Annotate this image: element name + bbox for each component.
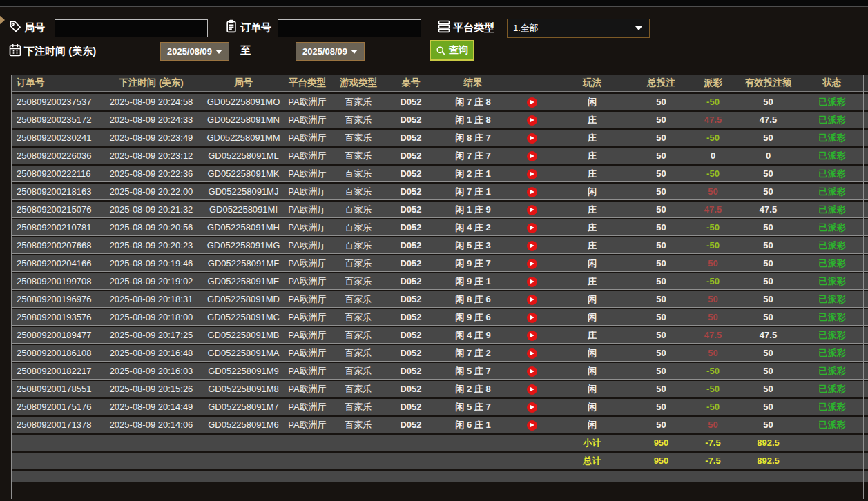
cell-payout: -50 bbox=[691, 132, 735, 143]
cell-valid-bet: 0 bbox=[735, 150, 801, 161]
replay-icon[interactable] bbox=[527, 115, 537, 126]
cell-bet-time: 2025-08-09 20:22:36 bbox=[100, 168, 202, 179]
replay-icon[interactable] bbox=[527, 259, 537, 269]
chevron-down-icon bbox=[635, 26, 642, 30]
cell-bet-time: 2025-08-09 20:14:49 bbox=[100, 402, 202, 412]
cell-round: GD052258091M7 bbox=[202, 402, 284, 412]
cell-total-bet: 50 bbox=[632, 366, 691, 376]
cell-order: 250809200182217 bbox=[12, 366, 100, 376]
replay-icon[interactable] bbox=[527, 420, 537, 431]
cell-status: 已派彩 bbox=[801, 365, 863, 377]
cell-valid-bet: 50 bbox=[735, 420, 801, 430]
cell-payout: -50 bbox=[691, 276, 735, 286]
cell-platform: PA欧洲厅 bbox=[284, 204, 330, 216]
replay-icon[interactable] bbox=[527, 366, 537, 377]
cell-table-no: D052 bbox=[387, 312, 435, 322]
replay-icon[interactable] bbox=[527, 331, 537, 341]
cell-total-bet: 50 bbox=[632, 258, 691, 268]
collapse-arrow[interactable] bbox=[0, 14, 5, 26]
cell-valid-bet: 50 bbox=[735, 276, 801, 286]
cell-total-bet: 50 bbox=[632, 420, 691, 430]
cell-order: 250809200215076 bbox=[12, 204, 100, 215]
table-row: 2508092002076682025-08-09 20:20:23GD0522… bbox=[12, 237, 868, 254]
cell-payout: 50 bbox=[691, 420, 735, 430]
orders-table: 订单号下注时间 (美东)局号平台类型游戏类型桌号结果玩法总投注派彩有效投注额状态… bbox=[11, 75, 868, 499]
cell-platform: PA欧洲厅 bbox=[284, 383, 330, 395]
table-row: 2508092001935762025-08-09 20:18:00GD0522… bbox=[12, 309, 868, 326]
cell-status: 已派彩 bbox=[801, 275, 863, 288]
replay-icon[interactable] bbox=[527, 133, 537, 144]
cell-order: 250809200175176 bbox=[12, 402, 100, 412]
cell-result: 闲 4 庄 2 bbox=[435, 222, 511, 234]
cell-bet-time: 2025-08-09 20:24:33 bbox=[100, 115, 202, 125]
subtotal-row: 小计950-7.5892.5 bbox=[12, 435, 868, 451]
replay-icon[interactable] bbox=[527, 169, 537, 179]
cell-play-type: 庄 bbox=[552, 239, 632, 252]
cell-status: 已派彩 bbox=[801, 311, 863, 324]
cell-order: 250809200237537 bbox=[12, 97, 100, 107]
cell-result: 闲 1 庄 9 bbox=[435, 204, 511, 216]
tag-icon bbox=[8, 20, 22, 34]
cell-replay bbox=[511, 168, 552, 179]
cell-table-no: D052 bbox=[387, 294, 435, 304]
platform-type-icon bbox=[437, 19, 451, 33]
cell-platform: PA欧洲厅 bbox=[284, 419, 330, 431]
cell-status: 已派彩 bbox=[801, 168, 863, 180]
cell-result: 闲 9 庄 1 bbox=[435, 275, 511, 288]
cell-play-type: 庄 bbox=[552, 222, 632, 234]
date-from-picker[interactable]: 2025/08/09 bbox=[160, 42, 229, 61]
replay-icon[interactable] bbox=[527, 348, 537, 359]
replay-icon[interactable] bbox=[527, 295, 537, 305]
header-table_no: 桌号 bbox=[387, 77, 435, 89]
replay-icon[interactable] bbox=[527, 97, 537, 108]
top-bar bbox=[0, 0, 868, 7]
column-divider bbox=[863, 75, 864, 499]
cell-total-bet: 50 bbox=[632, 168, 691, 179]
cell-valid-bet: 50 bbox=[735, 222, 801, 233]
cell-play-type: 庄 bbox=[552, 114, 632, 126]
order-no-input[interactable] bbox=[278, 19, 421, 37]
replay-icon[interactable] bbox=[527, 277, 537, 287]
cell-play-type: 庄 bbox=[552, 204, 632, 216]
table-row: 2508092001861082025-08-09 20:16:48GD0522… bbox=[12, 345, 868, 362]
round-no-input[interactable] bbox=[55, 19, 208, 37]
replay-icon[interactable] bbox=[527, 313, 537, 323]
replay-icon[interactable] bbox=[527, 151, 537, 161]
cell-order: 250809200207668 bbox=[12, 240, 100, 250]
cell-round: GD052258091MK bbox=[202, 168, 284, 179]
table-row: 2508092001751762025-08-09 20:14:49GD0522… bbox=[12, 399, 868, 415]
cell-play-type: 庄 bbox=[552, 132, 632, 144]
cell-platform: PA欧洲厅 bbox=[284, 401, 330, 413]
cell-status: 已派彩 bbox=[801, 204, 863, 216]
table-body: 2508092002375372025-08-09 20:24:58GD0522… bbox=[12, 94, 868, 482]
cell-status: 已派彩 bbox=[801, 222, 863, 234]
replay-icon[interactable] bbox=[527, 241, 537, 251]
cell-table-no: D052 bbox=[387, 204, 435, 215]
platform-type-value: 1.全部 bbox=[513, 22, 539, 35]
query-button-label: 查询 bbox=[449, 44, 468, 57]
cell-result: 闲 5 庄 3 bbox=[435, 239, 511, 252]
date-to-picker[interactable]: 2025/08/09 bbox=[296, 42, 365, 61]
platform-type-select[interactable]: 1.全部 bbox=[507, 19, 650, 38]
cell-round: GD052258091MJ bbox=[202, 186, 284, 197]
replay-icon[interactable] bbox=[527, 223, 537, 233]
cell-total-bet: 50 bbox=[632, 97, 691, 107]
header-play: 玩法 bbox=[552, 77, 632, 89]
cell-payout: -7.5 bbox=[691, 455, 735, 466]
replay-icon[interactable] bbox=[527, 205, 537, 215]
replay-icon[interactable] bbox=[527, 187, 537, 197]
replay-icon[interactable] bbox=[527, 384, 537, 395]
cell-replay bbox=[511, 114, 552, 125]
cell-play-type: 闲 bbox=[552, 96, 632, 108]
replay-icon[interactable] bbox=[527, 402, 537, 413]
cell-play-type: 闲 bbox=[552, 401, 632, 413]
cell-round: GD052258091MI bbox=[202, 204, 284, 215]
cell-round: GD052258091ML bbox=[202, 150, 284, 161]
table-row: 2508092002351722025-08-09 20:24:33GD0522… bbox=[12, 112, 868, 128]
order-no-label: 订单号 bbox=[240, 21, 271, 35]
cell-table-no: D052 bbox=[387, 168, 435, 179]
query-button[interactable]: 查询 bbox=[430, 40, 474, 61]
cell-result: 闲 6 庄 1 bbox=[435, 419, 511, 431]
cell-replay bbox=[511, 293, 552, 304]
cell-payout: -50 bbox=[691, 384, 735, 394]
